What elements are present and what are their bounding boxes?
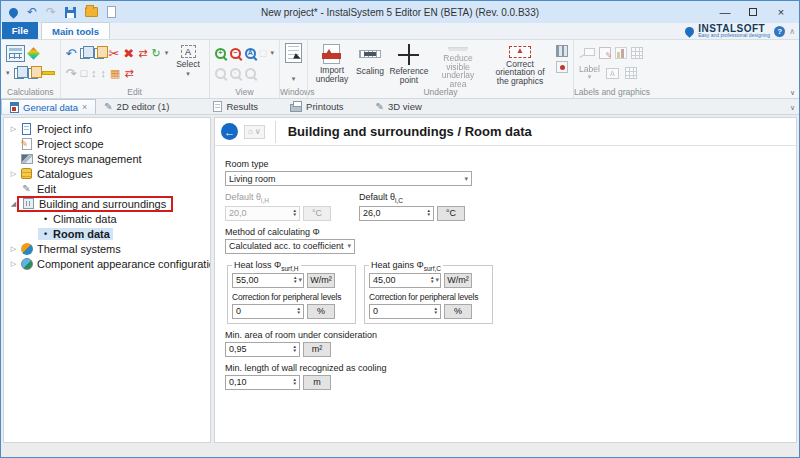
tab-general-data[interactable]: General data × — [1, 99, 96, 114]
tab-2d-editor[interactable]: ✎ 2D editor (1) — [96, 99, 177, 114]
sidebar-item-edit[interactable]: ✎ Edit — [4, 181, 210, 196]
expander-icon[interactable]: ▷ — [8, 245, 19, 253]
sidebar-item-building-and-surroundings[interactable]: ◢ Building and surroundings — [4, 196, 210, 211]
zoom-window-icon[interactable]: □ — [260, 47, 267, 60]
align-vertical-icon[interactable]: ↕ — [91, 67, 97, 80]
paste-icon[interactable] — [80, 48, 90, 59]
back-button[interactable]: ← — [221, 123, 238, 140]
swap-icon[interactable]: ⇄ — [124, 67, 133, 80]
spinner-arrows[interactable]: ▲▼ — [292, 209, 298, 218]
chevron-down-icon[interactable]: ▾ — [435, 276, 439, 284]
default-theta-c-input[interactable]: 26,0 ▲▼ — [359, 206, 434, 221]
room-type-select[interactable]: Living room ▾ — [225, 171, 472, 186]
sidebar-item-project-scope[interactable]: Project scope — [4, 136, 210, 151]
rotate-icon[interactable]: ↻ — [151, 47, 160, 60]
heat-loss-unit-button[interactable]: W/m² — [307, 273, 335, 288]
chevron-down-icon[interactable]: ▾ — [298, 276, 302, 284]
sidebar-item-storeys-management[interactable]: Storeys management — [4, 151, 210, 166]
sidebar-item-climatic-data[interactable]: • Climatic data — [4, 211, 210, 226]
chevron-up-icon[interactable]: ∧ — [789, 27, 795, 36]
default-theta-h-input[interactable]: 20,0 ▲▼ — [225, 206, 300, 221]
min-length-unit-button[interactable]: m — [303, 375, 331, 390]
tab-file[interactable]: File — [2, 22, 38, 39]
tab-close-icon[interactable]: × — [82, 102, 87, 112]
default-theta-c-unit-button[interactable]: °C — [437, 206, 465, 221]
min-area-unit-button[interactable]: m² — [303, 342, 331, 357]
calc-options-icon[interactable] — [14, 68, 24, 79]
heat-gains-input[interactable]: 45,00 ▲▼ ▾ — [369, 273, 441, 288]
underlay-layers-icon[interactable] — [556, 45, 568, 57]
calculations-icon[interactable] — [6, 45, 25, 62]
delete-icon[interactable]: ✖ — [123, 47, 134, 60]
text-label-icon[interactable] — [606, 68, 619, 79]
tab-results[interactable]: Results — [205, 99, 266, 114]
method-select[interactable]: Calculated acc. to coefficient ▾ — [225, 239, 355, 254]
heat-gains-correction-input[interactable]: 0 ▲▼ — [369, 304, 441, 319]
heat-loss-correction-unit-button[interactable]: % — [307, 304, 335, 319]
results-set-icon[interactable] — [27, 47, 40, 60]
default-theta-h-unit-button[interactable]: °C — [303, 206, 331, 221]
reference-point-button[interactable]: Reference point — [389, 43, 429, 86]
redo-icon[interactable]: ↷ — [66, 67, 77, 80]
help-button[interactable]: ? — [774, 26, 785, 37]
sidebar-item-component-appearance[interactable]: ▷ Component appearance configuration — [4, 256, 210, 271]
tab-main-tools[interactable]: Main tools — [41, 22, 110, 39]
expander-icon[interactable]: ▷ — [8, 125, 19, 133]
underlay-visibility-icon[interactable] — [556, 61, 568, 73]
expander-icon[interactable]: ▷ — [8, 260, 19, 268]
windows-list-icon[interactable] — [285, 43, 302, 63]
sidebar-item-catalogues[interactable]: ▷ Catalogues — [4, 166, 210, 181]
select-button[interactable]: Select ▾ — [172, 43, 204, 86]
tab-printouts[interactable]: Printouts — [282, 99, 352, 114]
calc-config-icon[interactable] — [28, 68, 38, 79]
zoom-out-icon[interactable] — [230, 48, 241, 59]
minimize-button[interactable]: — — [711, 6, 739, 18]
sidebar-item-thermal-systems[interactable]: ▷ Thermal systems — [4, 241, 210, 256]
chart-icon[interactable] — [615, 47, 627, 59]
zoom-in-icon[interactable] — [215, 48, 226, 59]
copy-icon[interactable] — [94, 48, 104, 59]
grid-table-icon[interactable] — [625, 67, 637, 79]
array-icon[interactable]: ▦ — [110, 67, 120, 80]
reduce-visible-underlay-button[interactable]: Reduce visible underlay area — [432, 43, 484, 86]
edit-label-icon[interactable] — [599, 47, 611, 59]
mirror-icon[interactable]: ⇄ — [138, 47, 147, 60]
marker-icon[interactable] — [42, 71, 55, 75]
nav-history-box[interactable]: ⌂ ∨ — [244, 125, 265, 139]
heat-loss-correction-input[interactable]: 0 ▲▼ — [232, 304, 304, 319]
spinner-arrows[interactable]: ▲▼ — [426, 209, 432, 218]
min-length-input[interactable]: 0,10 ▲▼ — [225, 375, 300, 390]
tab-3d-view[interactable]: ✎ 3D view — [368, 99, 430, 114]
calculations-dropdown-icon[interactable]: ▾ — [6, 69, 10, 77]
view-dropdown-icon[interactable]: ▾ — [270, 49, 274, 57]
label-button[interactable]: Label ▾ — [579, 65, 600, 81]
spinner-arrows[interactable]: ▲▼ — [292, 378, 298, 387]
zoom-selection-icon[interactable] — [230, 68, 241, 79]
expander-icon[interactable]: ◢ — [8, 200, 19, 208]
heat-gains-unit-button[interactable]: W/m² — [444, 273, 472, 288]
cut-icon[interactable]: ✂ — [108, 47, 119, 60]
zoom-previous-icon[interactable] — [245, 68, 256, 79]
spinner-arrows[interactable]: ▲▼ — [292, 345, 298, 354]
pan-icon[interactable] — [215, 68, 226, 79]
edit-more-dropdown-icon[interactable]: ▾ — [165, 49, 169, 57]
heat-loss-input[interactable]: 55,00 ▲▼ ▾ — [232, 273, 304, 288]
import-underlay-button[interactable]: Import underlay — [313, 43, 351, 86]
expander-icon[interactable]: ▷ — [8, 170, 19, 178]
correct-orientation-button[interactable]: Correct orientation of the graphics — [487, 43, 553, 86]
distribute-icon[interactable]: ↕ — [101, 67, 107, 80]
heat-gains-correction-unit-button[interactable]: % — [444, 304, 472, 319]
sidebar-item-room-data[interactable]: • Room data — [4, 226, 210, 241]
scaling-button[interactable]: Scaling — [354, 43, 386, 86]
group-icon[interactable]: □ — [80, 67, 87, 80]
close-button[interactable]: × — [767, 6, 795, 18]
windows-dropdown-icon[interactable]: ▾ — [292, 75, 296, 82]
spinner-arrows[interactable]: ▲▼ — [433, 307, 439, 316]
table-icon[interactable] — [631, 47, 643, 59]
maximize-button[interactable] — [739, 6, 767, 18]
tabstrip-chevron-icon[interactable]: ∨ — [790, 104, 795, 112]
zoom-all-icon[interactable] — [245, 48, 256, 59]
min-area-input[interactable]: 0,95 ▲▼ — [225, 342, 300, 357]
spinner-arrows[interactable]: ▲▼ — [296, 307, 302, 316]
sidebar-item-project-info[interactable]: ▷ Project info — [4, 121, 210, 136]
